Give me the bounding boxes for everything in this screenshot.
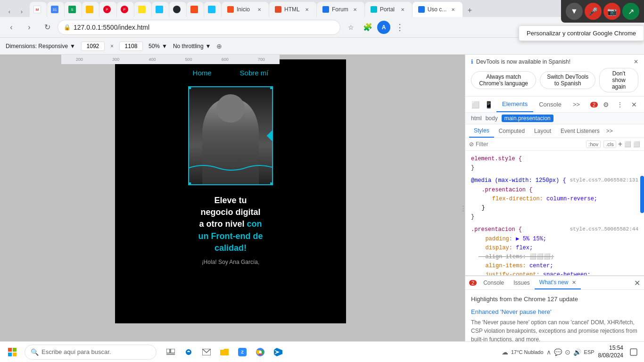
mdn-tab-close[interactable]: ✕ [449, 6, 457, 13]
html-tab-close[interactable]: ✕ [303, 6, 311, 13]
back-btn[interactable]: ‹ [4, 6, 15, 17]
devtools-close-notif-btn[interactable]: ✕ [634, 58, 638, 65]
tab-airtable1[interactable] [152, 2, 169, 17]
devtools-device-icon[interactable]: 📱 [482, 99, 495, 111]
tab-sheets[interactable]: S [65, 2, 82, 17]
filter-layout-btn[interactable]: ⬜ [633, 141, 640, 148]
dimensions-select[interactable]: Dimensions: Responsive ▼ [6, 43, 75, 49]
taskbar-task-view[interactable] [162, 344, 179, 361]
bottom-tab-console[interactable]: Console [479, 277, 509, 289]
taskbar-search-box[interactable]: 🔍 Escribe aquí para buscar. [25, 345, 157, 360]
systray-volume-icon[interactable]: 🔊 [573, 348, 581, 356]
extensions-btn[interactable]: 🧩 [360, 20, 375, 35]
systray-cloud-icon[interactable]: ☁ [502, 348, 508, 356]
zoom-select[interactable]: 50% ▼ [149, 43, 167, 49]
taskbar-clock[interactable]: 15:54 8/08/2024 [598, 345, 623, 359]
tab-mdn-active[interactable]: Uso c... ✕ [413, 2, 463, 17]
nav-about[interactable]: Sobre mí [240, 69, 269, 77]
taskbar-vscode-app[interactable] [270, 344, 287, 361]
forum-tab-close[interactable]: ✕ [351, 6, 359, 13]
filter-pseudo-btn[interactable]: :hov [586, 140, 601, 148]
taskbar-folder-app[interactable] [216, 344, 233, 361]
stop-video-btn[interactable]: 📷 [603, 3, 620, 20]
bottom-tab-issues[interactable]: Issues [509, 277, 535, 289]
tab-drive[interactable] [82, 2, 99, 17]
tab-github[interactable] [169, 2, 186, 17]
tab-more[interactable]: >> [567, 97, 586, 112]
taskbar-chrome-app[interactable] [252, 344, 269, 361]
responsive-icon[interactable]: ⊕ [216, 42, 222, 50]
devtools-settings-btn[interactable]: ⚙ [600, 99, 612, 111]
tab-calendar[interactable]: 31 [47, 2, 64, 17]
css-selector-presentacion[interactable]: .presentacion { [471, 226, 522, 233]
forward-btn[interactable]: › [16, 6, 27, 17]
back-button[interactable]: ‹ [4, 20, 19, 35]
tab-elements[interactable]: Elements [496, 97, 533, 112]
portal-tab-close[interactable]: ✕ [399, 6, 406, 13]
taskbar-mail-app[interactable] [198, 344, 215, 361]
tab-inicio[interactable]: Inicio ✕ [222, 2, 269, 17]
tab-pinterest1[interactable]: P [99, 2, 116, 17]
bookmark-btn[interactable]: ☆ [343, 20, 358, 35]
subtab-more[interactable]: >> [604, 125, 615, 137]
filter-copy-btn[interactable]: ⬜ [624, 141, 631, 148]
resize-handle[interactable] [461, 55, 465, 362]
filter-input[interactable] [476, 141, 584, 148]
taskbar-zoom-app[interactable]: Z [234, 344, 251, 361]
systray-up-icon[interactable]: ∧ [546, 348, 551, 356]
inicio-tab-close[interactable]: ✕ [256, 6, 263, 13]
css-selector-element-style[interactable]: element.style { [471, 156, 522, 162]
css-media-selector[interactable]: @media (max-width: 1250px) { [471, 177, 566, 184]
filter-cls-btn[interactable]: .cls [603, 140, 616, 148]
profile-btn[interactable]: A [377, 21, 390, 34]
tab-airtable2[interactable] [204, 2, 221, 17]
always-match-lang-btn[interactable]: Always match Chrome's language [471, 71, 536, 89]
tab-pinterest2[interactable]: P [117, 2, 134, 17]
bottom-panel-close-btn[interactable]: ✕ [634, 279, 640, 288]
tab-portal[interactable]: Portal ✕ [365, 2, 412, 17]
devtools-scrollbar-thumb[interactable] [640, 176, 644, 213]
bottom-tab-whats-new[interactable]: What's new ✕ [535, 276, 581, 289]
share-screen-btn[interactable]: ↗ [622, 3, 639, 20]
nav-home[interactable]: Home [193, 69, 212, 77]
css-source-presentacion[interactable]: style.css?…50065582:44 [570, 225, 638, 234]
breadcrumb-active[interactable]: main.presentacion [502, 115, 553, 122]
tab-mailchimp[interactable] [134, 2, 151, 17]
feature1-title[interactable]: Enhanced 'Never pause here' [471, 308, 638, 315]
subtab-styles[interactable]: Styles [469, 124, 494, 138]
css-inner-selector[interactable]: .presentacion { [475, 187, 532, 193]
address-bar[interactable]: 🔒 127.0.0.1:5500/index.html [58, 20, 340, 35]
forward-button[interactable]: › [22, 20, 37, 35]
width-input[interactable] [81, 41, 105, 51]
subtab-event-listeners[interactable]: Event Listeners [556, 125, 604, 137]
tab-figma[interactable] [187, 2, 204, 17]
systray-unknown1-icon[interactable]: ⊙ [565, 348, 570, 356]
recording-dropdown-btn[interactable]: ▼ [566, 3, 583, 20]
notification-center-btn[interactable] [627, 346, 640, 359]
tab-forum[interactable]: Forum ✕ [317, 2, 364, 17]
devtools-close-btn[interactable]: ✕ [628, 99, 640, 111]
dont-show-again-btn[interactable]: Don't show again [599, 68, 638, 92]
tab-html[interactable]: HTML ✕ [269, 2, 316, 17]
tab-console[interactable]: Console [533, 97, 567, 112]
breadcrumb-html[interactable]: html [471, 115, 482, 122]
taskbar-edge-app[interactable] [180, 344, 197, 361]
tab-gmail[interactable]: M [30, 2, 47, 17]
breadcrumb-body[interactable]: body [486, 115, 498, 122]
devtools-inspect-icon[interactable]: ⬜ [469, 99, 481, 111]
mute-mic-btn[interactable]: 🎤 [585, 3, 602, 20]
throttle-select[interactable]: No throttling ▼ [173, 43, 211, 49]
subtab-computed[interactable]: Computed [494, 125, 529, 137]
systray-chat-icon[interactable]: 💬 [554, 348, 562, 356]
css-source-media[interactable]: style.css?…0065582:131 [570, 176, 638, 185]
filter-add-rule-btn[interactable]: + [618, 140, 622, 148]
height-input[interactable] [119, 41, 143, 51]
devtools-more-options-btn[interactable]: ⋮ [614, 99, 626, 111]
chrome-menu-btn[interactable]: ⋮ [392, 20, 407, 35]
whats-new-close-btn[interactable]: ✕ [572, 280, 576, 285]
subtab-layout[interactable]: Layout [529, 125, 556, 137]
new-tab-btn[interactable]: + [463, 4, 476, 17]
reload-button[interactable]: ↻ [40, 20, 55, 35]
start-button[interactable] [4, 344, 21, 361]
switch-devtools-lang-btn[interactable]: Switch DevTools to Spanish [540, 71, 595, 89]
